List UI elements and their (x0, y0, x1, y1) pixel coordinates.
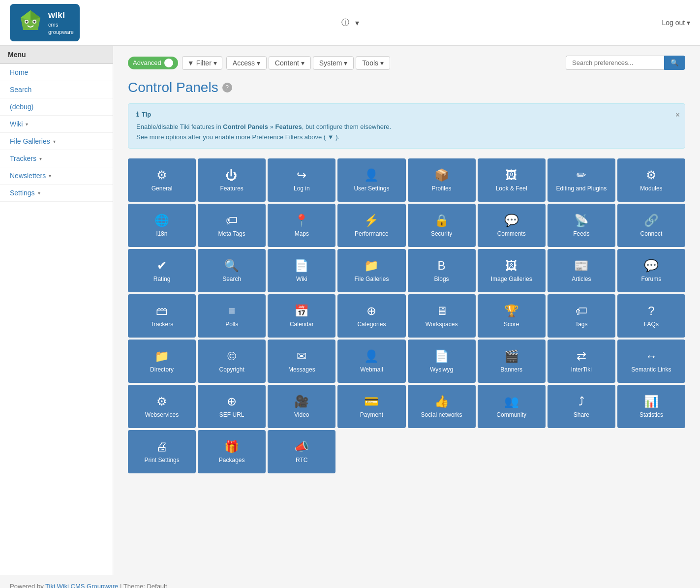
menu-button-content[interactable]: Content ▾ (269, 56, 311, 70)
panel-intertiki[interactable]: ⇄InterTiki (548, 340, 615, 383)
panel-feeds[interactable]: 📡Feeds (548, 204, 615, 247)
sidebar-item-wiki[interactable]: Wiki ▾ (0, 116, 113, 133)
modules-label: Modules (640, 185, 662, 193)
panel-copyright[interactable]: ©Copyright (198, 340, 266, 383)
filter-button[interactable]: ▼ Filter ▾ (182, 56, 222, 70)
panel-messages[interactable]: ✉Messages (268, 340, 335, 383)
panel-file-galleries[interactable]: 📁File Galleries (337, 249, 405, 292)
advanced-toggle[interactable]: Advanced (128, 57, 178, 69)
feeds-label: Feeds (573, 230, 589, 238)
search-icon: 🔍 (224, 259, 239, 273)
editing-plugins-icon: ✏ (577, 168, 586, 182)
panel-statistics[interactable]: 📊Statistics (617, 385, 685, 428)
blogs-icon: B (438, 259, 446, 273)
menu-button-tools[interactable]: Tools ▾ (356, 56, 390, 70)
panel-video[interactable]: 🎥Video (268, 385, 335, 428)
panel-webmail[interactable]: 👤Webmail (337, 340, 405, 383)
panel-look-feel[interactable]: 🖼Look & Feel (478, 158, 546, 202)
panel-rtc[interactable]: 📣RTC (268, 430, 335, 473)
panel-community[interactable]: 👥Community (478, 385, 546, 428)
intertiki-label: InterTiki (571, 366, 592, 374)
panel-image-galleries[interactable]: 🖼Image Galleries (478, 249, 546, 292)
panel-social-networks[interactable]: 👍Social networks (408, 385, 476, 428)
panel-performance[interactable]: ⚡Performance (337, 204, 405, 247)
rtc-icon: 📣 (294, 440, 309, 454)
maps-icon: 📍 (294, 214, 309, 227)
panel-banners[interactable]: 🎬Banners (478, 340, 546, 383)
search-button[interactable]: 🔍 (664, 56, 685, 70)
panel-meta-tags[interactable]: 🏷Meta Tags (198, 204, 266, 247)
sidebar-item-search[interactable]: Search (0, 81, 113, 98)
sidebar-item-newsletters[interactable]: Newsletters ▾ (0, 167, 113, 185)
panel-security[interactable]: 🔒Security (408, 204, 476, 247)
panel-wysiwyg[interactable]: 📄Wysiwyg (408, 340, 476, 383)
sidebar-item-home[interactable]: Home (0, 64, 113, 81)
panel-i18n[interactable]: 🌐i18n (128, 204, 196, 247)
messages-label: Messages (288, 366, 315, 374)
articles-label: Articles (572, 276, 591, 283)
rating-label: Rating (153, 276, 171, 283)
panel-features[interactable]: ⏻Features (198, 158, 266, 202)
footer-link[interactable]: Tiki Wiki CMS Groupware (45, 583, 118, 588)
webservices-label: Webservices (145, 411, 179, 419)
panel-score[interactable]: 🏆Score (478, 294, 546, 338)
chevron-icon: ▾ (39, 156, 42, 161)
panel-articles[interactable]: 📰Articles (548, 249, 615, 292)
sidebar-title: Menu (0, 46, 113, 64)
page-wrap: Menu HomeSearch(debug)Wiki ▾File Galleri… (0, 46, 700, 575)
packages-label: Packages (219, 457, 245, 464)
panel-search[interactable]: 🔍Search (198, 249, 266, 292)
panel-semantic-links[interactable]: ↔Semantic Links (617, 340, 685, 383)
sidebar-item-file-galleries[interactable]: File Galleries ▾ (0, 133, 113, 150)
look-feel-icon: 🖼 (506, 168, 517, 182)
panel-editing-plugins[interactable]: ✏Editing and Plugins (548, 158, 615, 202)
menu-button-access[interactable]: Access ▾ (226, 56, 267, 70)
panel-profiles[interactable]: 📦Profiles (408, 158, 476, 202)
performance-label: Performance (355, 230, 389, 238)
sidebar-item-settings[interactable]: Settings ▾ (0, 185, 113, 202)
panel-share[interactable]: ⤴Share (548, 385, 615, 428)
filter-icon: ▼ (187, 59, 194, 67)
tip-link1[interactable]: Control Panels (223, 123, 268, 130)
logo-box: wiki cms groupware (10, 4, 80, 41)
panel-modules[interactable]: ⚙Modules (617, 158, 685, 202)
panel-maps[interactable]: 📍Maps (268, 204, 335, 247)
tip-box: × ℹ Tip Enable/disable Tiki features in … (128, 103, 685, 149)
sidebar-item--debug-[interactable]: (debug) (0, 98, 113, 116)
panel-tags[interactable]: 🏷Tags (548, 294, 615, 338)
panel-rating[interactable]: ✔Rating (128, 249, 196, 292)
chevron-down-icon[interactable]: ▾ (355, 18, 359, 28)
panel-trackers[interactable]: 🗃Trackers (128, 294, 196, 338)
panel-workspaces[interactable]: 🖥Workspaces (408, 294, 476, 338)
share-label: Share (574, 411, 589, 419)
help-icon[interactable]: ? (222, 83, 232, 93)
community-label: Community (496, 411, 526, 419)
panel-blogs[interactable]: BBlogs (408, 249, 476, 292)
panel-directory[interactable]: 📁Directory (128, 340, 196, 383)
toolbar: Advanced ▼ Filter ▾ Access ▾Content ▾Sys… (128, 56, 685, 70)
sidebar-item-trackers[interactable]: Trackers ▾ (0, 150, 113, 167)
panel-comments[interactable]: 💬Comments (478, 204, 546, 247)
tip-close-button[interactable]: × (675, 109, 680, 122)
panel-calendar[interactable]: 📅Calendar (268, 294, 335, 338)
panel-user-settings[interactable]: 👤User Settings (337, 158, 405, 202)
blogs-label: Blogs (434, 276, 449, 283)
panel-categories[interactable]: ⊕Categories (337, 294, 405, 338)
panel-connect[interactable]: 🔗Connect (617, 204, 685, 247)
panel-login[interactable]: ↪Log in (268, 158, 335, 202)
panel-faqs[interactable]: ?FAQs (617, 294, 685, 338)
panel-packages[interactable]: 🎁Packages (198, 430, 266, 473)
panel-forums[interactable]: 💬Forums (617, 249, 685, 292)
logout-button[interactable]: Log out ▾ (662, 19, 690, 27)
panel-webservices[interactable]: ⚙Webservices (128, 385, 196, 428)
panel-general[interactable]: ⚙General (128, 158, 196, 202)
panel-print-settings[interactable]: 🖨Print Settings (128, 430, 196, 473)
panel-polls[interactable]: ≡Polls (198, 294, 266, 338)
search-input[interactable] (566, 56, 664, 70)
info-circle-icon[interactable]: ⓘ (341, 18, 349, 28)
panel-wiki[interactable]: 📄Wiki (268, 249, 335, 292)
meta-tags-label: Meta Tags (218, 230, 245, 238)
panel-payment[interactable]: 💳Payment (337, 385, 405, 428)
menu-button-system[interactable]: System ▾ (313, 56, 354, 70)
panel-sef-url[interactable]: ⊕SEF URL (198, 385, 266, 428)
